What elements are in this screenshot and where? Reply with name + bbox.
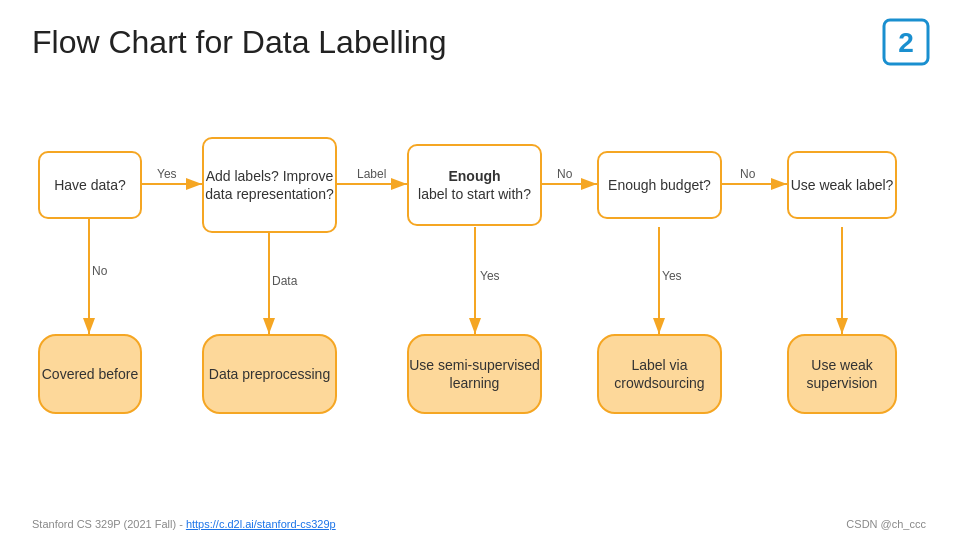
arrow-label-no2: No — [740, 167, 755, 181]
svg-text:2: 2 — [898, 27, 914, 58]
arrow-label-no1: No — [557, 167, 572, 181]
node-enough-budget: Enough budget? — [597, 151, 722, 219]
node-enough-label: Enough label to start with? — [407, 144, 542, 226]
arrow-label-label: Label — [357, 167, 386, 181]
node-weak-supervision: Use weak supervision — [787, 334, 897, 414]
arrow-label-yes1: Yes — [157, 167, 177, 181]
flowchart-area: Yes Label No No No Data Yes Yes Have dat… — [32, 79, 926, 439]
node-data-preprocessing: Data preprocessing — [202, 334, 337, 414]
arrow-label-yes3: Yes — [662, 269, 682, 283]
node-add-labels: Add labels? Improve data representation? — [202, 137, 337, 233]
logo-icon: 2 — [882, 18, 930, 66]
arrow-label-yes2: Yes — [480, 269, 500, 283]
footer-citation: Stanford CS 329P (2021 Fall) - https://c… — [32, 518, 336, 530]
arrow-label-data: Data — [272, 274, 297, 288]
node-use-weak-label: Use weak label? — [787, 151, 897, 219]
footer-credit: CSDN @ch_ccc — [846, 518, 926, 530]
node-have-data: Have data? — [38, 151, 142, 219]
node-crowdsourcing: Label via crowdsourcing — [597, 334, 722, 414]
footer-link[interactable]: https://c.d2l.ai/stanford-cs329p — [186, 518, 336, 530]
node-semi-supervised: Use semi-supervised learning — [407, 334, 542, 414]
slide: Flow Chart for Data Labelling 2 — [0, 0, 958, 542]
footer: Stanford CS 329P (2021 Fall) - https://c… — [32, 518, 926, 530]
page-title: Flow Chart for Data Labelling — [32, 24, 926, 61]
arrow-label-no3: No — [92, 264, 107, 278]
node-covered-before: Covered before — [38, 334, 142, 414]
